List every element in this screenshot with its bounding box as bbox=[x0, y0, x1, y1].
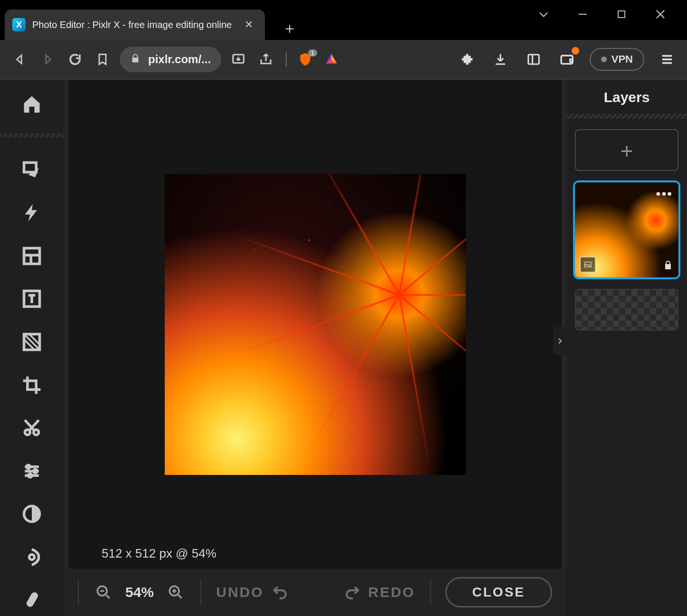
window-controls bbox=[536, 0, 687, 28]
browser-tab[interactable]: X Photo Editor : Pixlr X - free image ed… bbox=[5, 9, 265, 40]
nav-back-button[interactable] bbox=[9, 49, 30, 70]
zoom-out-button[interactable] bbox=[93, 582, 114, 603]
layer-lock-icon[interactable] bbox=[662, 259, 674, 273]
undo-redo-group: UNDO REDO bbox=[216, 584, 415, 600]
rail-separator bbox=[0, 133, 64, 138]
window-close-button[interactable] bbox=[653, 7, 668, 22]
extensions-icon[interactable] bbox=[457, 49, 478, 70]
image-decoration bbox=[399, 294, 400, 295]
zoom-percent[interactable]: 54% bbox=[125, 584, 154, 600]
wallet-icon[interactable] bbox=[556, 49, 577, 70]
adjust-icon[interactable] bbox=[15, 455, 48, 487]
layers-title: Layers bbox=[575, 89, 678, 105]
add-layer-button[interactable]: ＋ bbox=[575, 129, 678, 171]
bookmark-button[interactable] bbox=[92, 49, 113, 70]
canvas-dimensions-label: 512 x 512 px @ 54% bbox=[102, 546, 216, 561]
ai-bolt-icon[interactable] bbox=[15, 197, 48, 229]
undo-button[interactable]: UNDO bbox=[216, 584, 287, 600]
layer-options-icon[interactable]: ••• bbox=[656, 186, 673, 201]
sidebar-toggle-icon[interactable] bbox=[523, 49, 544, 70]
vpn-label: VPN bbox=[612, 53, 633, 66]
layer-type-image-icon bbox=[580, 256, 596, 273]
layer-item-0[interactable]: ••• bbox=[575, 182, 678, 277]
bottom-divider bbox=[430, 579, 431, 606]
lock-icon bbox=[130, 53, 141, 66]
tab-dropdown-icon[interactable] bbox=[536, 7, 551, 22]
layout-icon[interactable] bbox=[15, 240, 48, 272]
brave-rewards-icon[interactable] bbox=[321, 49, 342, 70]
zoom-in-button[interactable] bbox=[165, 582, 186, 603]
draw-icon[interactable] bbox=[15, 584, 48, 616]
vpn-status-dot bbox=[601, 57, 607, 62]
svg-point-10 bbox=[27, 465, 30, 468]
bottom-bar: 54% UNDO REDO CLOSE bbox=[64, 569, 566, 616]
canvas-image[interactable] bbox=[165, 174, 466, 475]
tool-rail bbox=[0, 80, 64, 616]
bottom-divider bbox=[200, 579, 201, 606]
toolbar-divider bbox=[286, 52, 287, 67]
layer-item-1[interactable] bbox=[575, 289, 678, 331]
app-body: 512 x 512 px @ 54% 54% UNDO bbox=[0, 80, 687, 616]
panel-collapse-button[interactable] bbox=[553, 327, 566, 355]
arrange-icon[interactable] bbox=[15, 154, 48, 186]
svg-rect-0 bbox=[618, 11, 625, 18]
new-tab-button[interactable]: ＋ bbox=[278, 17, 301, 40]
crop-icon[interactable] bbox=[15, 369, 48, 401]
brave-shields-icon[interactable]: 1 bbox=[296, 50, 314, 68]
canvas-area: 512 x 512 px @ 54% 54% UNDO bbox=[64, 80, 566, 616]
tab-close-button[interactable]: ✕ bbox=[242, 18, 255, 31]
svg-rect-4 bbox=[24, 163, 37, 172]
reload-button[interactable] bbox=[65, 49, 85, 70]
brave-shield-count: 1 bbox=[308, 49, 317, 57]
liquify-icon[interactable] bbox=[15, 541, 48, 573]
redo-label: REDO bbox=[368, 584, 415, 600]
layers-panel: Layers ＋ ••• bbox=[566, 80, 687, 616]
text-icon[interactable] bbox=[15, 283, 48, 315]
share-icon[interactable] bbox=[255, 49, 276, 70]
address-bar[interactable]: pixlr.com/... bbox=[120, 47, 221, 72]
vpn-button[interactable]: VPN bbox=[590, 48, 644, 71]
hamburger-menu-icon[interactable] bbox=[657, 49, 678, 70]
contrast-icon[interactable] bbox=[15, 498, 48, 530]
layers-separator bbox=[566, 114, 687, 119]
window-minimize-button[interactable] bbox=[575, 7, 590, 22]
svg-point-12 bbox=[28, 474, 32, 477]
nav-forward-button[interactable] bbox=[37, 49, 58, 70]
canvas-stage[interactable]: 512 x 512 px @ 54% bbox=[68, 80, 562, 569]
svg-rect-14 bbox=[25, 591, 39, 608]
tab-title: Photo Editor : Pixlr X - free image edit… bbox=[32, 19, 232, 30]
url-text: pixlr.com/... bbox=[148, 53, 211, 66]
browser-toolbar: pixlr.com/... 1 VPN bbox=[0, 40, 687, 80]
window-maximize-button[interactable] bbox=[614, 7, 629, 22]
zoom-controls: 54% bbox=[93, 582, 186, 603]
pixlr-favicon: X bbox=[12, 18, 26, 31]
install-app-icon[interactable] bbox=[228, 49, 249, 70]
home-icon[interactable] bbox=[15, 88, 48, 120]
svg-point-11 bbox=[34, 469, 37, 473]
redo-button[interactable]: REDO bbox=[345, 584, 415, 600]
bottom-divider bbox=[78, 579, 79, 606]
close-label: CLOSE bbox=[472, 585, 525, 600]
cut-icon[interactable] bbox=[15, 412, 48, 444]
close-button[interactable]: CLOSE bbox=[445, 577, 552, 607]
downloads-icon[interactable] bbox=[490, 49, 511, 70]
fill-icon[interactable] bbox=[15, 326, 48, 358]
window-titlebar: X Photo Editor : Pixlr X - free image ed… bbox=[0, 0, 687, 40]
svg-rect-2 bbox=[528, 55, 539, 64]
undo-label: UNDO bbox=[216, 584, 264, 600]
notification-dot bbox=[572, 47, 579, 55]
